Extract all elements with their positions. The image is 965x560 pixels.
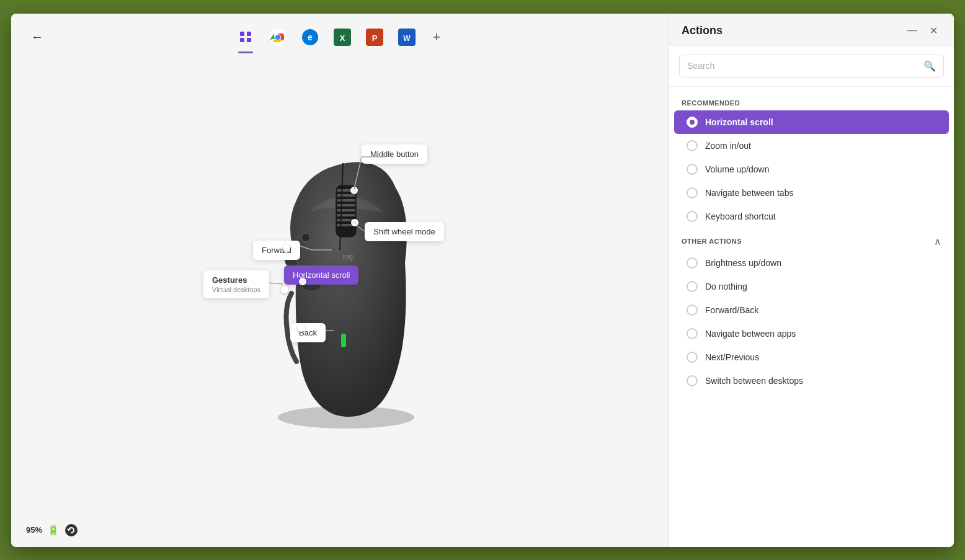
right-panel: Actions — ✕ 🔍 RECOMMENDED Horizontal scr… — [669, 14, 954, 547]
svg-text:e: e — [308, 32, 313, 42]
dot-forward — [283, 244, 290, 252]
tab-chrome[interactable] — [264, 24, 291, 51]
tab-edge[interactable]: e — [296, 24, 324, 51]
svg-text:X: X — [340, 33, 345, 43]
search-button[interactable]: 🔍 — [923, 60, 936, 72]
action-label-forward-back: Forward/Back — [705, 305, 758, 315]
action-item-do-nothing[interactable]: Do nothing — [674, 275, 949, 298]
search-input-wrap: 🔍 — [679, 55, 944, 78]
radio-do-nothing — [687, 281, 698, 292]
action-label-brightness: Brightness up/down — [705, 258, 781, 268]
radio-next-prev — [687, 352, 698, 363]
battery-percent: 95% — [26, 525, 42, 535]
search-input[interactable] — [687, 61, 918, 71]
callout-gestures[interactable]: Gestures Virtual desktops — [203, 270, 269, 298]
action-label-volume: Volume up/down — [705, 164, 770, 174]
radio-navigate-tabs — [687, 187, 698, 198]
collapse-other-actions-button[interactable]: ∧ — [934, 236, 941, 247]
app-tabs: e X P — [232, 24, 448, 51]
word-icon: W — [398, 29, 416, 46]
close-button[interactable]: ✕ — [926, 24, 941, 38]
action-label-navigate-apps: Navigate between apps — [705, 329, 796, 339]
callout-horizontal-scroll[interactable]: Horizontal scroll — [284, 265, 358, 285]
action-label-zoom: Zoom in/out — [705, 141, 751, 151]
action-item-volume[interactable]: Volume up/down — [674, 158, 949, 181]
actions-list: RECOMMENDED Horizontal scroll Zoom in/ou… — [669, 87, 954, 547]
recommended-section-header: RECOMMENDED — [669, 92, 954, 110]
action-item-switch-desktops[interactable]: Switch between desktops — [674, 369, 949, 393]
svg-text:P: P — [372, 33, 378, 43]
radio-keyboard-shortcut — [687, 211, 698, 222]
radio-zoom — [687, 140, 698, 151]
panel-title: Actions — [682, 24, 723, 37]
dot-back — [298, 324, 305, 332]
action-item-next-prev[interactable]: Next/Previous — [674, 345, 949, 369]
tab-powerpoint[interactable]: P — [361, 24, 388, 51]
action-label-keyboard-shortcut: Keyboard shortcut — [705, 211, 776, 221]
excel-icon: X — [334, 29, 351, 46]
svg-text:logi: logi — [343, 252, 355, 261]
minimize-button[interactable]: — — [904, 24, 921, 38]
mouse-image: logi — [247, 151, 445, 430]
radio-horizontal-scroll — [687, 117, 698, 128]
edge-icon: e — [301, 29, 319, 46]
action-label-navigate-tabs: Navigate between tabs — [705, 188, 793, 198]
svg-point-24 — [301, 233, 310, 242]
sync-icon[interactable] — [64, 523, 78, 537]
svg-rect-17 — [337, 209, 355, 211]
svg-text:W: W — [403, 34, 411, 43]
add-app-button[interactable]: + — [425, 26, 448, 48]
svg-rect-18 — [337, 214, 355, 216]
chrome-icon — [269, 29, 287, 46]
gestures-sub-label: Virtual desktops — [212, 286, 260, 293]
svg-rect-16 — [337, 204, 355, 207]
action-item-keyboard-shortcut[interactable]: Keyboard shortcut — [674, 205, 949, 228]
action-label-do-nothing: Do nothing — [705, 282, 747, 291]
svg-rect-22 — [341, 334, 346, 347]
dot-gestures — [281, 286, 288, 293]
gestures-label: Gestures — [212, 275, 260, 285]
other-actions-header: OTHER ACTIONS — [682, 238, 742, 245]
dot-horizontal-scroll — [299, 278, 306, 285]
left-panel: ← — [11, 14, 669, 547]
battery-icon: 🔋 — [47, 524, 60, 536]
action-item-forward-back[interactable]: Forward/Back — [674, 298, 949, 322]
main-window: ← — [11, 14, 954, 547]
radio-forward-back — [687, 304, 698, 316]
top-bar: ← — [11, 14, 669, 61]
radio-volume — [687, 164, 698, 175]
action-item-zoom[interactable]: Zoom in/out — [674, 134, 949, 158]
mouse-container: logi Middle button — [197, 126, 482, 448]
callout-back[interactable]: Back — [290, 323, 326, 342]
other-actions-section-row: OTHER ACTIONS ∧ — [669, 228, 954, 251]
search-bar: 🔍 — [669, 46, 954, 87]
radio-navigate-apps — [687, 328, 698, 339]
action-item-navigate-tabs[interactable]: Navigate between tabs — [674, 181, 949, 205]
svg-rect-14 — [337, 194, 355, 197]
window-controls: — ✕ — [904, 24, 941, 38]
tab-grid[interactable] — [232, 24, 259, 51]
back-button[interactable]: ← — [26, 27, 48, 47]
callout-middle-button[interactable]: Middle button — [362, 144, 427, 164]
action-label-switch-desktops: Switch between desktops — [705, 376, 803, 386]
callout-forward[interactable]: Forward — [253, 241, 300, 260]
mouse-area: logi Middle button — [11, 61, 669, 513]
dot-shift-wheel — [351, 219, 358, 226]
callout-shift-wheel[interactable]: Shift wheel mode — [365, 222, 444, 241]
dot-middle-button — [350, 187, 358, 194]
action-item-navigate-apps[interactable]: Navigate between apps — [674, 322, 949, 345]
tab-word[interactable]: W — [393, 24, 420, 51]
action-label-horizontal-scroll: Horizontal scroll — [705, 117, 773, 127]
grid-icon — [240, 32, 251, 43]
svg-point-2 — [275, 35, 280, 40]
action-item-horizontal-scroll[interactable]: Horizontal scroll — [674, 110, 949, 134]
right-header: Actions — ✕ — [669, 14, 954, 46]
status-bar: 95% 🔋 — [11, 513, 669, 547]
svg-point-35 — [65, 524, 78, 536]
tab-excel[interactable]: X — [329, 24, 356, 51]
radio-switch-desktops — [687, 375, 698, 386]
radio-brightness — [687, 257, 698, 269]
action-label-next-prev: Next/Previous — [705, 352, 759, 362]
action-item-brightness[interactable]: Brightness up/down — [674, 251, 949, 275]
svg-rect-15 — [337, 199, 355, 202]
